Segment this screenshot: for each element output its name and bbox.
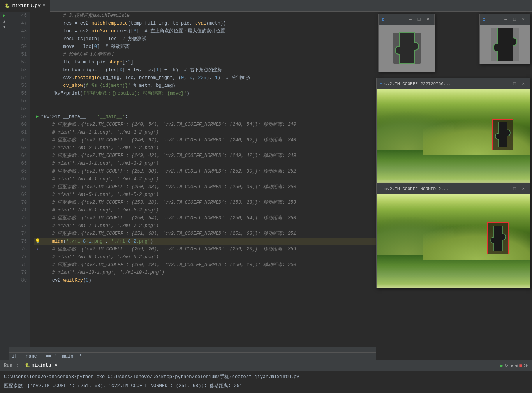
run-label: Run — [2, 363, 14, 368]
float-win-small1-max[interactable]: □ — [416, 16, 423, 23]
code-line-60: # 匹配参数：{'cv2.TM_CCOEFF': (240, 54), 'cv2… — [34, 121, 376, 129]
float-win-bot-close[interactable]: × — [520, 186, 527, 192]
code-line-70: # 匹配参数：{'cv2.TM_CCOEFF': (253, 28), 'cv2… — [34, 199, 376, 206]
float-win-small2-close[interactable]: × — [520, 16, 527, 23]
code-line-75: 💡 mian('./mi-8-1.png', './mi-8-2.png') — [34, 238, 376, 245]
run-scroll-down-button[interactable]: ▼ — [513, 364, 519, 367]
float-win-small2-max[interactable]: □ — [511, 16, 518, 23]
float-win-small1-image — [379, 25, 435, 72]
run-tab-mixintu[interactable]: 🐍 mixintu × — [21, 361, 62, 370]
code-line-65: # mian('./mi-3-1.png', './mi-3-2.png') — [34, 160, 376, 167]
code-line-54: cv2.rectangle(bg_img, loc, bottom_right,… — [34, 74, 376, 82]
tab-filename: mixintu.py — [12, 3, 41, 9]
code-line-55: cv_show(f'%s {id(meth)}' % meth, bg_img) — [34, 82, 376, 90]
float-win-bot-icon: ⊞ — [380, 187, 382, 191]
code-line-73: # mian('./mi-7-1.png', './mi-7-2.png') — [34, 222, 376, 230]
float-win-small1-close[interactable]: × — [425, 16, 431, 23]
match-rect-mid — [492, 119, 513, 150]
tab-bar: 🐍 mixintu.py × — [0, 0, 532, 12]
bottom-hint: if __name__ == '__main__' — [9, 352, 376, 360]
code-line-77: # mian('./mi-9-1.png', './mi-9-2.png') — [34, 253, 376, 261]
code-line-79: # mian('./mi-10-1.png', './mi-10-2.png') — [34, 269, 376, 277]
float-win-mid-min[interactable]: — — [502, 81, 509, 87]
run-output: 匹配参数：{'cv2.TM_CCOEFF': (251, 68), 'cv2.T… — [4, 382, 528, 389]
float-win-mid-image — [377, 89, 530, 183]
code-line-49: results[meth] = loc # 方便测试 — [34, 35, 376, 43]
code-line-66: # 匹配参数：{'cv2.TM_CCOEFF': (252, 30), 'cv2… — [34, 167, 376, 175]
tab-icon: 🐍 — [5, 3, 10, 8]
float-win-small2-icon: ⊞ — [483, 17, 485, 22]
run-panel: Run : 🐍 mixintu × ▶ ⟳ ▲ ▼ ■ ≫ C:\Users\l… — [0, 360, 532, 393]
float-win-small2-titlebar: ⊞ — □ × — [480, 14, 530, 25]
code-line-52: th, tw = tp_pic.shape[:2] — [34, 58, 376, 66]
code-line-57 — [34, 97, 376, 105]
float-win-icon: ⊞ — [382, 17, 384, 22]
run-arrow-button[interactable]: ▶ — [3, 13, 5, 18]
code-line-59: ▶"kw">if __name__ == '__main__': — [34, 113, 376, 121]
gutter-75: 💡 — [34, 238, 41, 245]
code-line-76: · # 匹配参数：{'cv2.TM_CCOEFF': (259, 20), 'c… — [34, 245, 376, 253]
code-line-68: # 匹配参数：{'cv2.TM_CCOEFF': (250, 33), 'cv2… — [34, 183, 376, 191]
float-win-mid: ⊞ cv2.TM_CCOEFF 222729766... — □ × — [376, 78, 530, 183]
code-content: 4647484950515253545556575859606162636465… — [9, 12, 376, 347]
float-win-mid-max[interactable]: □ — [511, 81, 518, 87]
float-win-bot-min[interactable]: — — [502, 186, 509, 192]
code-line-48: loc = cv2.minMaxLoc(res)[3] # 左上角点的位置：最大… — [34, 27, 376, 35]
code-line-78: # 匹配参数：{'cv2.TM_CCOEFF': (260, 29), 'cv2… — [34, 261, 376, 269]
float-win-bot-max[interactable]: □ — [511, 186, 518, 192]
code-line-64: # 匹配参数：{'cv2.TM_CCOEFF': (249, 42), 'cv2… — [34, 152, 376, 160]
float-win-small2: ⊞ — □ × — [479, 14, 530, 64]
float-win-small1: ⊞ — □ × — [378, 14, 435, 72]
float-win-mid-icon: ⊞ — [380, 81, 382, 86]
side-buttons: ▶ ▲ ▼ — [0, 12, 9, 360]
code-line-74: # 匹配参数：{'cv2.TM_CCOEFF': (251, 68), 'cv2… — [34, 230, 376, 238]
float-win-small1-content — [379, 25, 435, 72]
float-win-small1-titlebar: ⊞ — □ × — [379, 14, 434, 25]
float-win-bot: ⊞ cv2.TM_CCOEFF_NORMED 2... — □ × — [376, 183, 530, 288]
run-play-button[interactable]: ▶ — [500, 362, 503, 369]
code-line-62: # 匹配参数：{'cv2.TM_CCOEFF': (240, 92), 'cv2… — [34, 136, 376, 144]
code-line-72: # 匹配参数：{'cv2.TM_CCOEFF': (250, 54), 'cv2… — [34, 214, 376, 222]
run-controls: ▶ ⟳ ▲ ▼ ■ ≫ — [500, 362, 532, 369]
code-line-56: "kw">print(f'匹配参数：{results}; 移动距离: {move… — [34, 90, 376, 97]
run-content: C:\Users\lenovo\anaconda3\python.exe C:/… — [0, 371, 532, 393]
horizontal-scrollbar[interactable] — [9, 347, 376, 352]
float-win-small2-image — [480, 25, 530, 64]
run-rerun-button[interactable]: ⟳ — [505, 363, 509, 368]
float-win-small1-min[interactable]: — — [407, 16, 414, 23]
float-window-area: ⊞ — □ × ⊞ — □ — [376, 12, 532, 360]
tab-mixintu[interactable]: 🐍 mixintu.py × — [0, 0, 50, 12]
run-more-button[interactable]: ≫ — [524, 363, 529, 368]
code-line-71: # mian('./mi-6-1.png', './mi-6-2.png') — [34, 206, 376, 214]
gutter-59: ▶ — [34, 113, 41, 121]
code-line-80: cv2.waitKey(0) — [34, 277, 376, 284]
main-layout: ▶ ▲ ▼ 4647484950515253545556575859606162… — [0, 12, 532, 360]
gutter-76: · — [34, 245, 41, 253]
code-line-63: # mian('./mi-2-1.png', './mi-2-2.png') — [34, 144, 376, 152]
code-line-50: move = loc[0] # 移动距离 — [34, 43, 376, 51]
scroll-down-button[interactable]: ▼ — [3, 25, 5, 30]
float-win-mid-titlebar: ⊞ cv2.TM_CCOEFF 222729766... — □ × — [377, 78, 530, 89]
scroll-up-button[interactable]: ▲ — [3, 19, 5, 24]
code-line-61: # mian('./mi-1-1.png', './mi-1-2.png') — [34, 129, 376, 136]
code-panel: 4647484950515253545556575859606162636465… — [9, 12, 376, 360]
float-win-small2-min[interactable]: — — [502, 16, 509, 23]
float-win-bot-image — [377, 194, 530, 288]
code-line-47: res = cv2.matchTemplate(temp_full_img, t… — [34, 19, 376, 27]
run-tab-close[interactable]: × — [55, 363, 57, 368]
code-line-51: # 绘制方框【方便查看】 — [34, 51, 376, 58]
tab-close-button[interactable]: × — [43, 4, 45, 8]
code-line-58 — [34, 105, 376, 113]
run-tabs: Run : 🐍 mixintu × ▶ ⟳ ▲ ▼ ■ ≫ — [0, 360, 532, 371]
float-win-bot-titlebar: ⊞ cv2.TM_CCOEFF_NORMED 2... — □ × — [377, 183, 530, 194]
code-line-69: # mian('./mi-5-1.png', './mi-5-2.png') — [34, 191, 376, 199]
float-win-mid-close[interactable]: × — [520, 81, 527, 87]
code-line-46: # 3.模板匹配matchTemplate — [34, 12, 376, 19]
code-lines[interactable]: # 3.模板匹配matchTemplate res = cv2.matchTem… — [30, 12, 376, 347]
match-rect-bot — [487, 222, 509, 254]
code-line-53: bottom_right = (loc[0] + tw, loc[1] + th… — [34, 66, 376, 74]
run-stop-button[interactable]: ■ — [519, 363, 522, 369]
line-numbers: 4647484950515253545556575859606162636465… — [9, 12, 30, 347]
run-command: C:\Users\lenovo\anaconda3\python.exe C:/… — [4, 374, 528, 380]
code-line-67: # mian('./mi-4-1.png', './mi-4-2.png') — [34, 175, 376, 183]
